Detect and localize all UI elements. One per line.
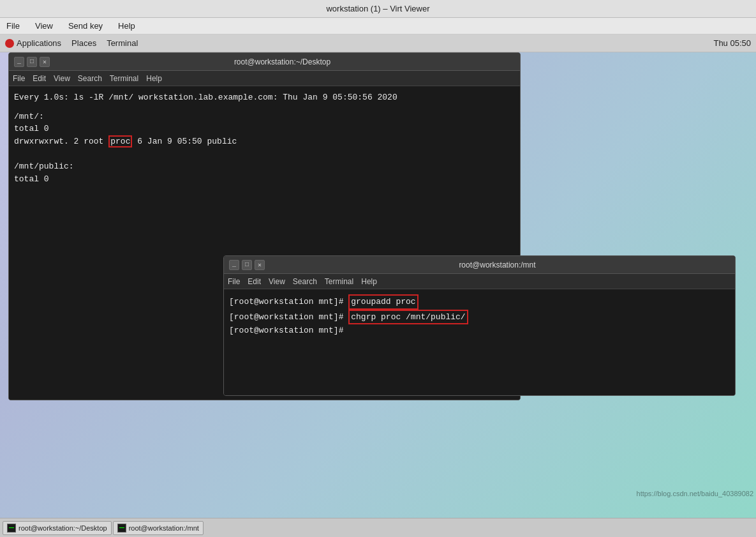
terminal1-controls[interactable]: _ □ ✕ [14,57,50,67]
t2-cmd1: groupadd proc [348,294,418,310]
taskbar-label-2: root@workstation:/mnt [129,524,199,532]
terminal1-menubar: File Edit View Search Terminal Help [9,71,520,86]
t1-menu-file[interactable]: File [13,74,25,83]
taskbar-item-1[interactable]: root@workstation:~/Desktop [3,521,112,535]
menu-view[interactable]: View [31,20,57,32]
terminal2-menubar: File Edit View Search Terminal Help [224,274,735,289]
maximize-button-1[interactable]: □ [27,57,37,67]
t1-menu-edit[interactable]: Edit [33,74,46,83]
t2-menu-help[interactable]: Help [361,277,377,286]
t1-menu-terminal[interactable]: Terminal [110,74,138,83]
t1-total0: total 0 [14,123,515,135]
minimize-button-1[interactable]: _ [14,57,24,67]
t1-menu-view[interactable]: View [54,74,70,83]
terminal-icon-1 [7,524,16,533]
t1-dir-post: 6 Jan 9 05:50 public [132,137,237,146]
taskbar-item-2[interactable]: root@workstation:/mnt [113,521,204,535]
t1-menu-search[interactable]: Search [78,74,102,83]
terminal-menu[interactable]: Terminal [107,38,138,48]
gnome-taskbar: Applications Places Terminal Thu 05:50 [0,34,756,52]
t2-line3: [root@workstation mnt]# [229,324,730,337]
close-button-1[interactable]: ✕ [40,57,50,67]
minimize-button-2[interactable]: _ [229,260,239,270]
t1-dir-line: drwxrwxrwt. 2 root proc 6 Jan 9 05:50 pu… [14,135,515,148]
menu-send-key[interactable]: Send key [64,20,107,32]
t2-prompt2: [root@workstation mnt]# [229,312,348,322]
t1-watch-line: Every 1.0s: ls -lR /mnt/ workstation.lab… [14,91,515,104]
t1-proc-highlight: proc [108,135,132,147]
close-button-2[interactable]: ✕ [255,260,265,270]
menu-help[interactable]: Help [114,20,139,32]
t2-line2: [root@workstation mnt]# chgrp proc /mnt/… [229,310,730,325]
t2-menu-terminal[interactable]: Terminal [325,277,353,286]
menu-bar: File View Send key Help [0,18,756,34]
taskbar-label-1: root@workstation:~/Desktop [19,524,107,532]
t2-cmd2: chgrp proc /mnt/public/ [348,310,468,325]
taskbar-left: Applications Places Terminal [5,38,138,48]
bottom-taskbar: root@workstation:~/Desktop root@workstat… [0,518,756,537]
t2-menu-edit[interactable]: Edit [248,277,261,286]
t1-mnt-header: /mnt/: [14,110,515,123]
t1-total0-2: total 0 [14,173,515,186]
terminal2-titlebar: _ □ ✕ root@workstation:/mnt [224,256,735,274]
watermark: https://blog.csdn.net/baidu_40389082 [637,490,753,497]
terminal-window-2: _ □ ✕ root@workstation:/mnt File Edit Vi… [223,255,736,396]
terminal-icon-2 [117,524,126,533]
t2-menu-file[interactable]: File [228,277,240,286]
t1-menu-help[interactable]: Help [146,74,162,83]
taskbar-clock: Thu 05:50 [713,38,751,48]
desktop: _ □ ✕ root@workstation:~/Desktop File Ed… [0,52,756,518]
applications-menu[interactable]: Applications [5,38,61,48]
places-menu[interactable]: Places [71,38,96,48]
t1-public-header: /mnt/public: [14,160,515,173]
terminal1-title: root@workstation:~/Desktop [50,57,515,66]
t2-prompt3: [root@workstation mnt]# [229,326,343,335]
t2-menu-search[interactable]: Search [293,277,317,286]
terminal2-controls[interactable]: _ □ ✕ [229,260,265,270]
applications-label[interactable]: Applications [17,38,61,48]
title-bar: workstation (1) – Virt Viewer [0,0,756,18]
terminal1-titlebar: _ □ ✕ root@workstation:~/Desktop [9,53,520,71]
menu-file[interactable]: File [3,20,24,32]
applications-icon [5,39,14,48]
t2-line1: [root@workstation mnt]# groupadd proc [229,294,730,310]
terminal2-content: [root@workstation mnt]# groupadd proc [r… [224,289,735,395]
t2-prompt1: [root@workstation mnt]# [229,297,348,306]
window-title: workstation (1) – Virt Viewer [326,4,429,13]
maximize-button-2[interactable]: □ [242,260,252,270]
t1-dir-pre: drwxrwxrwt. 2 root [14,137,108,146]
t2-menu-view[interactable]: View [269,277,285,286]
terminal2-title: root@workstation:/mnt [265,261,730,269]
